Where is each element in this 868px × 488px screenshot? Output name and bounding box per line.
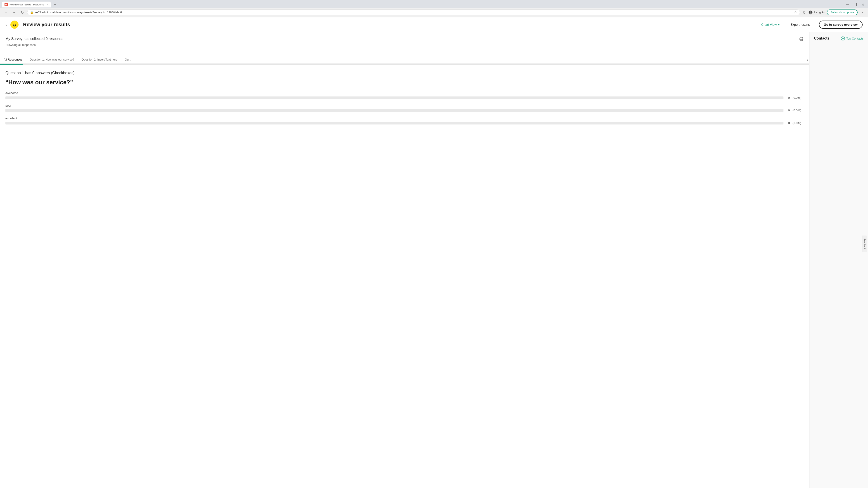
bookmark-icon[interactable]: ☆ (794, 11, 797, 14)
answer-count-excellent: 0 (786, 121, 790, 125)
tag-contacts-icon (841, 36, 845, 40)
maximize-button[interactable]: ❐ (852, 2, 859, 8)
sidebar-header: Contacts Tag Contacts (809, 32, 868, 44)
svg-point-6 (13, 24, 16, 26)
tab-favicon: M (4, 3, 8, 6)
export-results-button[interactable]: Export results (790, 23, 810, 26)
survey-summary-text: My Survey has collected 0 response (5, 37, 64, 41)
chart-view-label: Chart View (761, 23, 777, 26)
sidebar-title: Contacts (814, 36, 829, 40)
close-button[interactable]: ✕ (860, 2, 866, 8)
url-input[interactable] (35, 11, 792, 14)
reload-button[interactable]: ↻ (19, 9, 25, 15)
content-area: My Survey has collected 0 response Brows… (0, 32, 809, 488)
question-header: Question 1 has 0 answers (Checkboxes) (5, 71, 804, 75)
answer-pct-poor: (0.0%) (793, 109, 804, 112)
answer-item-excellent: excellent 0 (0.0%) (5, 117, 804, 125)
survey-summary: My Survey has collected 0 response (5, 36, 804, 41)
tabs-scroll-thumb (0, 64, 23, 65)
feedback-tab[interactable]: Feedback (862, 236, 867, 252)
answer-count-poor: 0 (786, 109, 790, 112)
browsing-text: Browsing all responses (5, 43, 804, 46)
relaunch-button[interactable]: Relaunch to update (827, 9, 858, 15)
sidebar: Contacts Tag Contacts (809, 32, 868, 488)
answer-pct-awesome: (0.0%) (793, 96, 804, 99)
answer-bar-row-poor: 0 (0.0%) (5, 109, 804, 112)
answer-label-excellent: excellent (5, 117, 804, 120)
minimize-button[interactable]: — (844, 2, 851, 7)
more-options-button[interactable]: ⋮ (860, 9, 865, 16)
svg-point-4 (809, 13, 812, 14)
answer-bar-row-excellent: 0 (0.0%) (5, 121, 804, 125)
tab-question-2[interactable]: Question 2: Insert Text here (78, 56, 121, 64)
answer-bar-bg-excellent (5, 122, 783, 125)
answer-item-awesome: awesome 0 (0.0%) (5, 91, 804, 99)
answer-bar-bg-poor (5, 109, 783, 112)
print-icon (799, 36, 804, 41)
logo-icon (12, 22, 17, 27)
answer-label-poor: poor (5, 104, 804, 107)
browser-toolbar: ← → ↻ 🔒 ☆ ⧉ Incognito Relaunch to update… (0, 8, 868, 17)
window-controls: — ❐ ✕ (844, 2, 866, 8)
answer-pct-excellent: (0.0%) (793, 121, 804, 125)
svg-point-7 (14, 24, 14, 25)
tag-contacts-button[interactable]: Tag Contacts (841, 36, 864, 40)
answer-item-poor: poor 0 (0.0%) (5, 104, 804, 112)
app-header: ‹ Review your results Chart View ▾ Expor… (0, 18, 868, 32)
svg-point-3 (810, 11, 811, 13)
new-tab-button[interactable]: + (52, 1, 58, 8)
back-link[interactable]: ‹ (5, 22, 7, 27)
svg-point-8 (15, 24, 15, 25)
browser-tab-active[interactable]: M Review your results | Mailchimp × (2, 2, 51, 7)
page-title: Review your results (23, 22, 70, 28)
browser-chrome: M Review your results | Mailchimp × + — … (0, 0, 868, 18)
tab-question-1[interactable]: Question 1: How was our service? (26, 56, 78, 64)
question-title: “How was our service?” (5, 79, 804, 86)
feedback-label: Feedback (863, 238, 866, 250)
address-bar[interactable]: 🔒 ☆ (27, 9, 800, 15)
tabs-inner: All Responses Question 1: How was our se… (0, 56, 809, 64)
answer-count-awesome: 0 (786, 96, 790, 99)
incognito-icon (809, 10, 813, 14)
back-button[interactable]: ← (3, 9, 9, 15)
toolbar-actions: ⧉ Incognito Relaunch to update ⋮ (802, 9, 865, 16)
content-inner: My Survey has collected 0 response Brows… (0, 32, 809, 56)
chevron-down-icon: ▾ (778, 23, 780, 26)
question-section: Question 1 has 0 answers (Checkboxes) “H… (0, 65, 809, 125)
answer-bar-bg-awesome (5, 96, 783, 99)
survey-overview-button[interactable]: Go to survey overview (819, 21, 863, 29)
tabs-scroll-track[interactable] (0, 64, 809, 65)
extensions-button[interactable]: ⧉ (802, 10, 807, 15)
mailchimp-logo (10, 21, 19, 29)
svg-point-11 (802, 39, 803, 39)
tabs-scroll-area: All Responses Question 1: How was our se… (0, 56, 809, 64)
chart-view-button[interactable]: Chart View ▾ (761, 23, 780, 26)
main-layout: My Survey has collected 0 response Brows… (0, 32, 868, 488)
answer-label-awesome: awesome (5, 91, 804, 95)
lock-icon: 🔒 (30, 11, 33, 14)
tabs-next-button[interactable]: › (806, 57, 809, 63)
tab-title: Review your results | Mailchimp (9, 3, 44, 6)
tag-contacts-label: Tag Contacts (846, 37, 864, 40)
incognito-label: Incognito (814, 11, 825, 14)
tab-question-more[interactable]: Qu... (121, 56, 135, 64)
answer-bar-row-awesome: 0 (0.0%) (5, 96, 804, 99)
forward-button[interactable]: → (11, 9, 17, 15)
tab-all-responses[interactable]: All Responses (0, 56, 26, 64)
incognito-button[interactable]: Incognito (809, 10, 825, 14)
svg-text:M: M (5, 4, 7, 6)
print-button[interactable] (799, 36, 804, 41)
tab-close-button[interactable]: × (46, 3, 48, 6)
browser-tabs: M Review your results | Mailchimp × + — … (0, 0, 868, 8)
tabs-container: All Responses Question 1: How was our se… (0, 56, 809, 64)
